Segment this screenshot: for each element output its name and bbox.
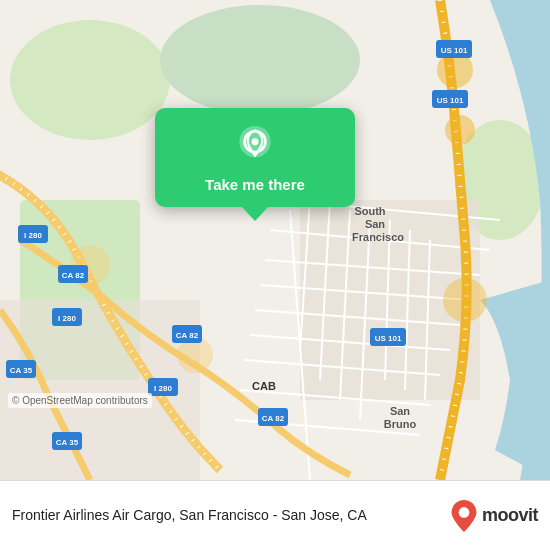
map-attribution: © OpenStreetMap contributors [8,393,152,408]
svg-text:CA 82: CA 82 [176,331,199,340]
svg-text:US 101: US 101 [375,334,402,343]
svg-text:Francisco: Francisco [352,231,404,243]
svg-text:I 280: I 280 [24,231,42,240]
location-info: Frontier Airlines Air Cargo, San Francis… [12,506,440,526]
svg-point-1 [10,20,170,140]
svg-text:I 280: I 280 [58,314,76,323]
location-title: Frontier Airlines Air Cargo, San Francis… [12,506,440,526]
svg-point-59 [252,138,259,145]
svg-point-60 [459,507,470,518]
svg-text:San: San [390,405,410,417]
location-pin-icon [235,126,275,166]
take-me-there-button[interactable]: Take me there [205,176,305,193]
popup-card[interactable]: Take me there [155,108,355,207]
svg-text:CA 35: CA 35 [56,438,79,447]
svg-text:I 280: I 280 [154,384,172,393]
svg-point-25 [445,115,475,145]
svg-text:CA 35: CA 35 [10,366,33,375]
svg-text:CA 82: CA 82 [62,271,85,280]
svg-text:CA 82: CA 82 [262,414,285,423]
svg-point-28 [443,278,487,322]
svg-text:Bruno: Bruno [384,418,417,430]
moovit-brand-text: moovit [482,505,538,526]
map-container: US 101 US 101 US 101 I 280 I 280 I 280 C… [0,0,550,480]
svg-text:San: San [365,218,385,230]
svg-text:US 101: US 101 [441,46,468,55]
svg-text:CAB: CAB [252,380,276,392]
moovit-logo: moovit [450,500,538,532]
svg-text:US 101: US 101 [437,96,464,105]
moovit-pin-icon [450,500,478,532]
svg-point-2 [160,5,360,115]
svg-text:South: South [354,205,385,217]
bottom-bar: Frontier Airlines Air Cargo, San Francis… [0,480,550,550]
